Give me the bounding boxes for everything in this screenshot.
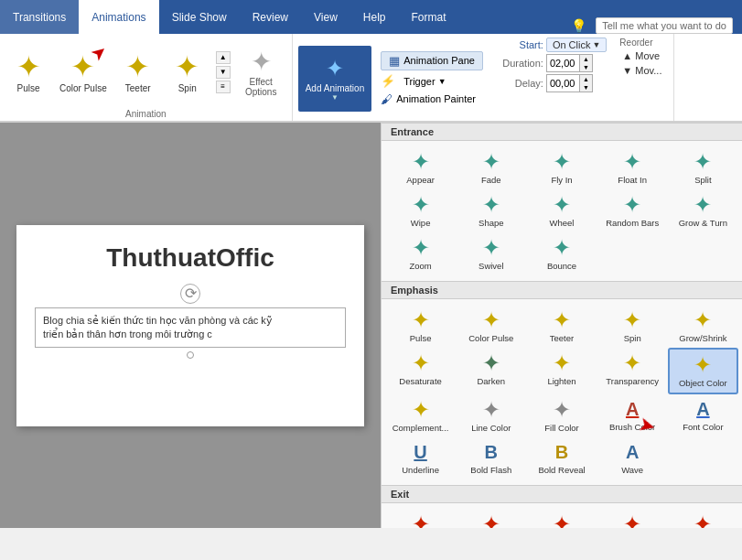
anim-bounce[interactable]: ✦ Bounce xyxy=(526,232,597,275)
anim-fade-exit[interactable]: ✦ Fade xyxy=(456,509,526,528)
tab-format[interactable]: Format xyxy=(399,0,459,34)
anim-flyout[interactable]: ✦ Fly Out xyxy=(526,509,597,528)
anim-teeter-emphasis[interactable]: ✦ Teeter xyxy=(526,305,597,348)
colorpulse-icon: ✦ ➤ xyxy=(67,50,100,83)
move-later-btn[interactable]: ▼ Mov... xyxy=(619,64,664,77)
anim-wipe[interactable]: ✦ Wipe xyxy=(385,189,456,232)
anim-lighten[interactable]: ✦ Lighten xyxy=(526,348,597,394)
tab-transitions[interactable]: Transitions xyxy=(0,0,79,34)
move-earlier-btn[interactable]: ▲ Move xyxy=(619,49,664,62)
anim-teeter-btn[interactable]: ✦ Teeter xyxy=(115,48,161,96)
duration-up-btn[interactable]: ▲ xyxy=(580,55,592,63)
duration-field[interactable] xyxy=(547,57,579,70)
exit-grid: ✦ Disappear ✦ Fade ✦ Fly Out ✦ Float Out… xyxy=(382,503,742,528)
anim-disappear[interactable]: ✦ Disappear xyxy=(385,509,456,528)
anim-split-entrance[interactable]: ✦ Split xyxy=(668,146,738,189)
scroll-down-btn[interactable]: ▼ xyxy=(216,66,231,79)
anim-colorpulse-emphasis[interactable]: ✦ Color Pulse xyxy=(456,305,526,348)
scroll-more-btn[interactable]: ≡ xyxy=(216,81,231,93)
fontcolor-label: Font Color xyxy=(683,422,723,432)
randombars-label: Random Bars xyxy=(606,218,659,228)
anim-wave[interactable]: A Wave xyxy=(597,437,668,479)
effect-options-btn[interactable]: ✦ EffectOptions xyxy=(236,43,286,101)
add-animation-btn[interactable]: ✦ Add Animation ▼ xyxy=(298,46,372,112)
anim-complement[interactable]: ✦ Complement... xyxy=(385,394,456,437)
zoom-label: Zoom xyxy=(409,261,431,271)
painter-label: Animation Painter xyxy=(396,93,476,104)
darken-label: Darken xyxy=(477,376,505,386)
flyin-label: Fly In xyxy=(551,175,572,185)
anim-fontcolor[interactable]: A Font Color xyxy=(668,394,738,437)
start-dropdown-icon: ▼ xyxy=(592,40,600,49)
anim-swivel[interactable]: ✦ Swivel xyxy=(456,232,526,275)
timing-group: Start: On Click ▼ Duration: ▲ ▼ xyxy=(492,38,610,119)
anim-growshrink[interactable]: ✦ Grow/Shrink xyxy=(668,305,738,348)
spin-icon: ✦ xyxy=(171,50,204,83)
shape-label: Shape xyxy=(479,218,503,228)
animation-painter-btn[interactable]: 🖌 Animation Painter xyxy=(381,92,483,106)
reorder-label: Reorder xyxy=(619,38,664,48)
spin-emphasis-label: Spin xyxy=(624,333,641,343)
anim-spin-btn[interactable]: ✦ Spin xyxy=(165,48,210,96)
tab-review[interactable]: Review xyxy=(240,0,301,34)
scroll-up-btn[interactable]: ▲ xyxy=(216,51,231,64)
anim-underline[interactable]: U Underline xyxy=(385,437,456,479)
tab-slideshow[interactable]: Slide Show xyxy=(159,0,240,34)
anim-colorpulse-btn[interactable]: ✦ ➤ Color Pulse xyxy=(55,48,112,96)
duration-spin: ▲ ▼ xyxy=(579,55,592,71)
anim-shape[interactable]: ✦ Shape xyxy=(456,189,526,232)
anim-fade[interactable]: ✦ Fade xyxy=(456,146,526,189)
anim-darken[interactable]: ✦ Darken xyxy=(456,348,526,394)
desaturate-label: Desaturate xyxy=(399,376,441,386)
duration-row: Duration: ▲ ▼ xyxy=(496,54,607,72)
delay-input[interactable]: ▲ ▼ xyxy=(546,74,593,92)
trigger-bolt-icon: ⚡ xyxy=(381,74,395,88)
delay-up-btn[interactable]: ▲ xyxy=(580,75,592,83)
pulse-emphasis-icon: ✦ xyxy=(412,309,430,331)
randombars-icon: ✦ xyxy=(623,194,641,216)
anim-floatout[interactable]: ✦ Float Out xyxy=(597,509,668,528)
anim-fillcolor[interactable]: ✦ Fill Color xyxy=(526,394,597,437)
reorder-section: Reorder ▲ Move ▼ Mov... xyxy=(616,38,668,119)
anim-spin-emphasis[interactable]: ✦ Spin xyxy=(597,305,668,348)
tab-view[interactable]: View xyxy=(301,0,350,34)
anim-pulse-btn[interactable]: ✦ Pulse xyxy=(5,48,51,96)
anim-appear[interactable]: ✦ Appear xyxy=(385,146,456,189)
anim-objectcolor[interactable]: ✦ Object Color xyxy=(668,348,738,394)
anim-split-exit[interactable]: ✦ Split xyxy=(668,509,738,528)
anim-boldreveal[interactable]: B Bold Reveal xyxy=(526,437,597,479)
delay-down-btn[interactable]: ▼ xyxy=(580,83,592,92)
anim-brushcolor[interactable]: A Brush Color xyxy=(597,394,668,437)
delay-field[interactable] xyxy=(547,77,579,90)
anim-randombars[interactable]: ✦ Random Bars xyxy=(597,189,668,232)
tab-help[interactable]: Help xyxy=(350,0,399,34)
anim-desaturate[interactable]: ✦ Desaturate xyxy=(385,348,456,394)
tab-animations[interactable]: Animations xyxy=(79,0,158,34)
anim-boldflash[interactable]: B Bold Flash xyxy=(456,437,526,479)
fontcolor-icon: A xyxy=(696,399,709,420)
slide-icon-row: ⟳ xyxy=(35,284,346,304)
start-value[interactable]: On Click ▼ xyxy=(546,38,607,52)
trigger-btn[interactable]: Trigger ▼ xyxy=(399,74,450,89)
delay-spin: ▲ ▼ xyxy=(579,75,592,92)
anim-zoom[interactable]: ✦ Zoom xyxy=(385,232,456,275)
animation-pane-btn[interactable]: ▦ Animation Pane xyxy=(381,51,483,70)
anim-pulse[interactable]: ✦ Pulse xyxy=(385,305,456,348)
anim-linecolor[interactable]: ✦ Line Color xyxy=(456,394,526,437)
duration-input[interactable]: ▲ ▼ xyxy=(546,54,593,72)
tell-me-input[interactable]: Tell me what you want to do xyxy=(596,17,733,34)
duration-down-btn[interactable]: ▼ xyxy=(580,63,592,71)
anim-wheel[interactable]: ✦ Wheel xyxy=(526,189,597,232)
slide-text[interactable]: Blog chia sẻ kiến thức tin học văn phòng… xyxy=(35,307,346,349)
anim-flyin[interactable]: ✦ Fly In xyxy=(526,146,597,189)
pulse-icon: ✦ xyxy=(12,50,45,83)
anim-transparency[interactable]: ✦ Transparency xyxy=(597,348,668,394)
anim-growturn[interactable]: ✦ Grow & Turn xyxy=(668,189,738,232)
duration-label: Duration: xyxy=(496,58,543,69)
appear-label: Appear xyxy=(406,175,435,185)
underline-label: Underline xyxy=(402,465,439,475)
trigger-dropdown-icon: ▼ xyxy=(438,77,446,86)
underline-icon: U xyxy=(414,442,426,463)
slide: ThuthuatOffic ⟳ Blog chia sẻ kiến thức t… xyxy=(16,225,364,426)
anim-floatin[interactable]: ✦ Float In xyxy=(597,146,668,189)
